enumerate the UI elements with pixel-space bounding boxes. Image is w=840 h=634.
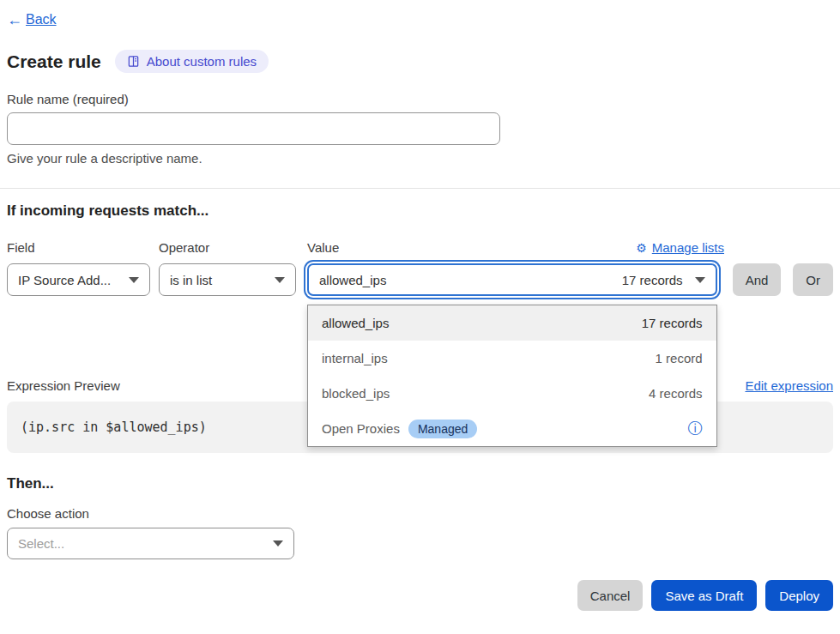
list-option-internal-ips[interactable]: internal_ips 1 record — [308, 341, 716, 376]
expression-code: (ip.src in $allowed_ips) — [21, 420, 207, 435]
title-row: Create rule About custom rules — [7, 50, 833, 73]
action-select[interactable]: Select... — [7, 528, 294, 559]
value-select[interactable]: allowed_ips 17 records — [307, 263, 717, 296]
value-select-wrapper: allowed_ips 17 records allowed_ips 17 re… — [307, 263, 717, 296]
about-custom-rules-link[interactable]: About custom rules — [115, 50, 269, 73]
field-select-value: IP Source Add... — [18, 273, 111, 287]
back-link[interactable]: ←Back — [7, 12, 57, 27]
deploy-button[interactable]: Deploy — [765, 580, 833, 611]
action-select-placeholder: Select... — [18, 536, 64, 551]
match-section-heading: If incoming requests match... — [7, 202, 833, 220]
list-option-name: Open Proxies — [322, 421, 400, 436]
list-option-name: blocked_ips — [322, 386, 390, 401]
list-option-name: internal_ips — [322, 351, 388, 365]
operator-label: Operator — [159, 240, 307, 255]
list-option-meta: 4 records — [649, 386, 703, 401]
chevron-down-icon — [695, 277, 705, 283]
rule-name-helper: Give your rule a descriptive name. — [7, 151, 833, 166]
managed-badge: Managed — [408, 420, 477, 438]
list-option-open-proxies[interactable]: Open Proxies Managed ⓘ — [308, 411, 716, 446]
chevron-down-icon — [129, 277, 139, 283]
rule-name-input[interactable] — [7, 112, 500, 145]
or-button[interactable]: Or — [793, 263, 833, 296]
section-divider — [0, 188, 840, 189]
rule-name-block: Rule name (required) Give your rule a de… — [7, 92, 833, 166]
cancel-button[interactable]: Cancel — [577, 580, 644, 611]
back-arrow-icon: ← — [7, 12, 22, 27]
value-select-value: allowed_ips — [319, 273, 386, 287]
info-icon[interactable]: ⓘ — [688, 421, 703, 436]
about-pill-label: About custom rules — [147, 54, 257, 69]
choose-action-label: Choose action — [7, 506, 833, 521]
operator-select[interactable]: is in list — [159, 263, 296, 296]
save-as-draft-button[interactable]: Save as Draft — [651, 580, 757, 611]
field-select[interactable]: IP Source Add... — [7, 263, 150, 296]
chevron-down-icon — [275, 277, 285, 283]
list-dropdown: allowed_ips 17 records internal_ips 1 re… — [307, 305, 717, 447]
then-section-heading: Then... — [7, 475, 833, 492]
back-link-label: Back — [26, 12, 57, 27]
create-rule-page: ←Back Create rule About custom rules Rul… — [0, 0, 840, 611]
book-icon — [127, 55, 140, 68]
footer-actions: Cancel Save as Draft Deploy — [7, 580, 833, 611]
list-option-meta: 1 record — [656, 351, 703, 365]
list-option-name: allowed_ips — [322, 316, 389, 330]
condition-labels-row: Field Operator Value ⚙ Manage lists — [7, 240, 833, 255]
chevron-down-icon — [273, 540, 283, 546]
list-option-allowed-ips[interactable]: allowed_ips 17 records — [308, 305, 716, 341]
operator-select-value: is in list — [170, 273, 212, 287]
list-option-meta: 17 records — [642, 316, 703, 330]
field-label: Field — [7, 240, 159, 255]
manage-lists-label: Manage lists — [652, 240, 724, 255]
and-button[interactable]: And — [733, 263, 782, 296]
gear-icon: ⚙ — [636, 241, 647, 255]
list-option-blocked-ips[interactable]: blocked_ips 4 records — [308, 376, 716, 411]
rule-name-label: Rule name (required) — [7, 92, 833, 106]
expression-preview-label: Expression Preview — [7, 378, 120, 393]
value-select-meta: 17 records — [622, 273, 683, 287]
page-title: Create rule — [7, 51, 101, 72]
value-label: Value — [307, 240, 339, 255]
condition-controls-row: IP Source Add... is in list allowed_ips … — [7, 263, 833, 296]
manage-lists-link[interactable]: ⚙ Manage lists — [636, 240, 724, 255]
edit-expression-link[interactable]: Edit expression — [745, 378, 833, 393]
